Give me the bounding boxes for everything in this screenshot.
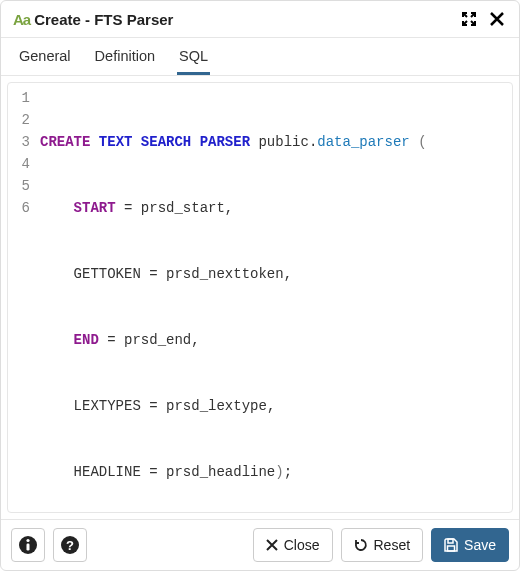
x-icon bbox=[266, 539, 278, 551]
info-icon bbox=[18, 535, 38, 555]
titlebar: Aa Create - FTS Parser bbox=[1, 1, 519, 38]
svg-rect-6 bbox=[448, 546, 455, 551]
reset-icon bbox=[354, 538, 368, 552]
code-area[interactable]: CREATE TEXT SEARCH PARSER public.data_pa… bbox=[38, 83, 431, 512]
close-dialog-button[interactable] bbox=[487, 9, 507, 29]
line-number: 2 bbox=[8, 109, 30, 131]
dialog-title: Create - FTS Parser bbox=[34, 11, 173, 28]
save-button[interactable]: Save bbox=[431, 528, 509, 562]
help-button[interactable]: ? bbox=[53, 528, 87, 562]
line-number: 3 bbox=[8, 131, 30, 153]
svg-point-1 bbox=[26, 539, 29, 542]
tab-sql[interactable]: SQL bbox=[177, 38, 210, 75]
dialog-footer: ? Close Reset Save bbox=[1, 519, 519, 570]
svg-rect-2 bbox=[27, 544, 30, 551]
tab-definition[interactable]: Definition bbox=[93, 38, 157, 75]
reset-button-label: Reset bbox=[374, 537, 411, 553]
dialog-create-fts-parser: Aa Create - FTS Parser General Definitio… bbox=[0, 0, 520, 571]
svg-text:?: ? bbox=[66, 538, 74, 553]
tabs: General Definition SQL bbox=[1, 38, 519, 76]
info-button[interactable] bbox=[11, 528, 45, 562]
line-number: 5 bbox=[8, 175, 30, 197]
expand-icon bbox=[462, 12, 476, 26]
tab-general[interactable]: General bbox=[17, 38, 73, 75]
close-button[interactable]: Close bbox=[253, 528, 333, 562]
maximize-button[interactable] bbox=[459, 9, 479, 29]
line-number: 1 bbox=[8, 87, 30, 109]
line-number: 6 bbox=[8, 197, 30, 219]
sql-editor[interactable]: 1 2 3 4 5 6 CREATE TEXT SEARCH PARSER pu… bbox=[7, 82, 513, 513]
app-logo: Aa bbox=[13, 11, 30, 28]
line-gutter: 1 2 3 4 5 6 bbox=[8, 83, 38, 512]
close-icon bbox=[490, 12, 504, 26]
help-icon: ? bbox=[60, 535, 80, 555]
line-number: 4 bbox=[8, 153, 30, 175]
svg-rect-5 bbox=[448, 539, 453, 543]
save-icon bbox=[444, 538, 458, 552]
reset-button[interactable]: Reset bbox=[341, 528, 424, 562]
save-button-label: Save bbox=[464, 537, 496, 553]
close-button-label: Close bbox=[284, 537, 320, 553]
